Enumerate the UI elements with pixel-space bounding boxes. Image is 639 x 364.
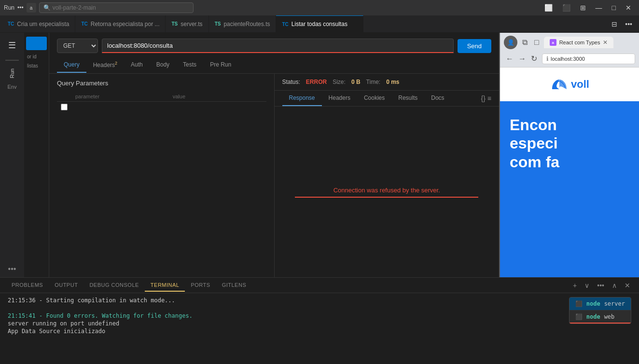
layout-split-btn[interactable]: ⬛ (558, 3, 574, 13)
tab-cria-especialista[interactable]: TC Cria um especialista (2, 15, 75, 33)
browser-nav-btns: 👤 ⧉ □ (502, 35, 543, 50)
minimize-btn[interactable]: — (592, 3, 606, 13)
browser-tab-close[interactable]: ✕ (603, 39, 608, 46)
forward-btn[interactable]: → (516, 53, 528, 64)
method-select[interactable]: GET POST PUT DELETE (57, 39, 98, 53)
term-tab-gitlens[interactable]: GITLENS (216, 279, 252, 292)
search-input[interactable] (53, 4, 189, 11)
req-tab-tests[interactable]: Tests (176, 57, 203, 73)
maximize-terminal-btn[interactable]: ∧ (609, 281, 620, 290)
response-tab-row: Response Headers Cookies Results Docs {}… (275, 91, 500, 107)
terminal-line: server running on port undefined (8, 320, 631, 327)
tab-listar-consultas[interactable]: TC Listar todas consultas ✕ (276, 15, 363, 33)
split-editor-btn[interactable]: ⊟ (609, 19, 620, 29)
term-tab-ports[interactable]: PORTS (185, 279, 216, 292)
param-checkbox[interactable] (61, 104, 68, 110)
req-tab-prerun[interactable]: Pre Run (203, 57, 238, 73)
resp-tab-results[interactable]: Results (391, 91, 424, 106)
tab-label: server.ts (181, 21, 202, 27)
tab-paciente-routes[interactable]: TS pacienteRoutes.ts (209, 15, 277, 33)
params-title: Query Parameters (57, 80, 266, 87)
terminal-actions: + ∨ ••• ∧ ✕ (570, 281, 633, 290)
req-tab-query[interactable]: Query (57, 57, 86, 73)
terminal-line: App Data Source inicializado (8, 328, 631, 335)
tab-label: pacienteRoutes.ts (223, 21, 270, 27)
left-nav-por-id[interactable]: or id (26, 52, 47, 61)
browser-tab-react[interactable]: a React com Types ✕ (544, 37, 614, 48)
separator (5, 60, 19, 61)
req-tab-headers[interactable]: Headers2 (86, 57, 124, 73)
activity-bar: ☰ Run Env ••• (0, 33, 24, 277)
params-check-header (57, 92, 71, 102)
activity-dots[interactable]: ••• (8, 265, 16, 273)
term-tab-debug[interactable]: DEBUG CONSOLE (83, 279, 144, 292)
response-panel: Status: ERROR Size: 0 B Time: 0 ms Respo… (275, 74, 500, 277)
tab-bar: TC Cria um especialista TC Retorna espec… (0, 15, 639, 33)
activity-bottom: ••• (8, 265, 16, 273)
nav-blue-item[interactable] (26, 37, 47, 50)
close-btn[interactable]: ✕ (622, 3, 635, 13)
tab-server-ts[interactable]: TS server.ts (166, 15, 208, 33)
browser-nav: ← → ↻ (504, 53, 539, 64)
tab-retorna-especialista[interactable]: TC Retorna especialista por ... (75, 15, 166, 33)
maximize-btn[interactable]: □ (608, 3, 620, 13)
api-client: GET POST PUT DELETE Send Query Headers2 … (49, 33, 499, 277)
new-tab-btn[interactable]: □ (532, 37, 541, 48)
terminal-dots[interactable]: ••• (594, 281, 607, 290)
resp-tab-docs[interactable]: Docs (424, 91, 451, 106)
resp-tab-cookies[interactable]: Cookies (357, 91, 391, 106)
size-value: 0 B (351, 79, 361, 85)
term-tab-terminal[interactable]: TERMINAL (145, 279, 185, 292)
terminal-chevron-down[interactable]: ∨ (582, 281, 592, 290)
terminal-body: 21:15:36 - Starting compilation in watch… (0, 293, 639, 364)
layout-grid-btn[interactable]: ⊞ (576, 3, 590, 13)
panels: Query Parameters parameter value (49, 74, 499, 277)
favicon-icon: a (550, 39, 556, 46)
req-tab-auth[interactable]: Auth (124, 57, 150, 73)
params-section: Query Parameters parameter value (49, 74, 274, 120)
voll-logo-svg (550, 77, 569, 92)
extensions-btn[interactable]: ⧉ (520, 37, 529, 48)
params-table: parameter value (57, 92, 266, 114)
add-terminal-btn[interactable]: + (570, 281, 580, 290)
left-nav-listas[interactable]: listas (26, 61, 47, 70)
resp-format-btn[interactable]: {} (481, 94, 485, 102)
activity-icon-menu[interactable]: ☰ (3, 37, 21, 54)
size-label: Size: (333, 79, 346, 85)
window-controls: ⬜ ⬛ ⊞ — □ ✕ (541, 3, 635, 13)
resp-more-btn[interactable]: ≡ (487, 94, 491, 102)
url-bar[interactable]: ℹ localhost:3000 (542, 54, 635, 64)
main-area: ☰ Run Env ••• or id listas GET POST PUT … (0, 33, 639, 277)
reload-btn[interactable]: ↻ (529, 53, 539, 64)
resp-tab-response[interactable]: Response (282, 91, 322, 106)
req-tab-body[interactable]: Body (150, 57, 176, 73)
voll-logo-area: voll (500, 67, 639, 101)
send-button[interactable]: Send (458, 39, 491, 53)
close-terminal-btn[interactable]: ✕ (622, 281, 633, 290)
node-process-server[interactable]: ⬛ node server (570, 297, 631, 310)
search-bar[interactable]: 🔍 (39, 2, 194, 13)
node-process-web[interactable]: ⬛ node web (570, 310, 631, 324)
error-container: Connection was refused by the server. (295, 187, 478, 198)
top-bar: Run ••• a 🔍 ⬜ ⬛ ⊞ — □ ✕ (0, 0, 639, 15)
node-name: server (604, 300, 625, 307)
param-value-input[interactable] (173, 105, 263, 111)
term-tab-output[interactable]: OUTPUT (49, 279, 83, 292)
layout-sidebar-btn[interactable]: ⬜ (541, 3, 556, 13)
voll-text: voll (571, 78, 589, 91)
favicon-a: a (27, 3, 36, 13)
time-label: Time: (366, 79, 381, 85)
back-btn[interactable]: ← (504, 53, 515, 64)
browser-tab-title: React com Types (559, 40, 600, 45)
tab-lang: TC (8, 21, 14, 27)
param-name-input[interactable] (75, 105, 165, 111)
hero-text: Encon especi com fa (510, 116, 629, 171)
resp-tab-headers[interactable]: Headers (322, 91, 357, 106)
url-input[interactable] (102, 39, 454, 53)
term-tab-problems[interactable]: PROBLEMS (6, 279, 49, 292)
request-panel: Query Parameters parameter value (49, 74, 275, 277)
request-tab-row: Query Headers2 Auth Body Tests Pre Run (49, 57, 499, 74)
terminal-icon: ⬛ (575, 313, 583, 320)
more-tabs-btn[interactable]: ••• (622, 19, 635, 29)
top-dots[interactable]: ••• (17, 4, 24, 11)
